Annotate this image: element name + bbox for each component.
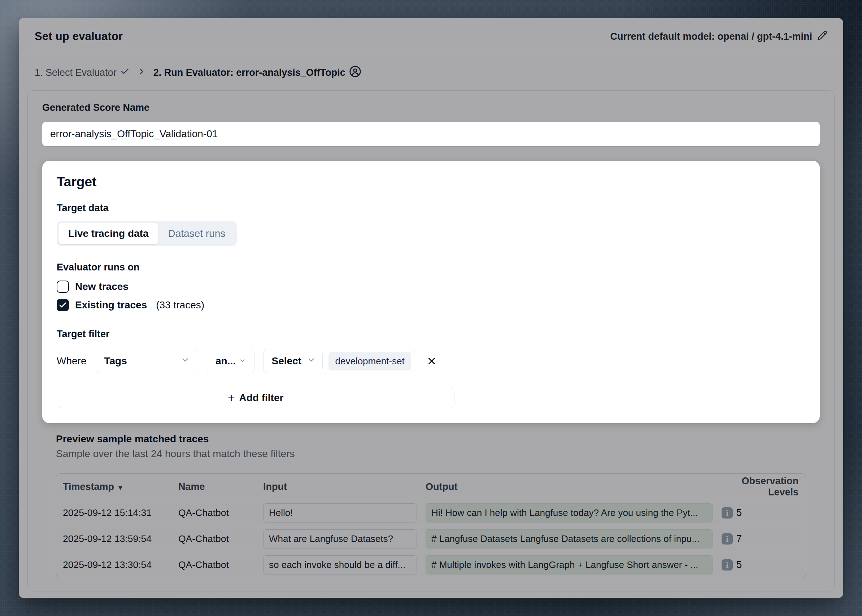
step1-label: 1. Select Evaluator <box>35 67 116 79</box>
preview-subtitle: Sample over the last 24 hours that match… <box>56 448 806 460</box>
col-output[interactable]: Output <box>426 481 722 492</box>
name-cell: QA-Chatbot <box>178 559 263 570</box>
filter-operator-value: an... <box>215 355 236 367</box>
breadcrumb-step-run-evaluator[interactable]: 2. Run Evaluator: error-analysis_OffTopi… <box>154 65 361 80</box>
existing-traces-checkbox[interactable] <box>57 299 69 311</box>
filter-column-select[interactable]: Tags <box>96 349 198 373</box>
default-model-label: Current default model: openai / gpt-4.1-… <box>610 31 812 42</box>
col-timestamp[interactable]: Timestamp▼ <box>63 481 178 492</box>
runs-on-label: Evaluator runs on <box>57 261 805 273</box>
info-level-icon: i <box>722 507 733 519</box>
chevron-down-icon <box>306 355 316 367</box>
existing-traces-label: Existing traces <box>75 299 147 311</box>
traces-table: Timestamp▼ Name Input Output Observation… <box>56 473 806 578</box>
filter-value-select[interactable]: Select development-set <box>263 349 415 373</box>
user-circle-icon <box>349 65 361 80</box>
target-data-label: Target data <box>57 202 805 214</box>
col-name[interactable]: Name <box>178 481 263 492</box>
chevron-right-icon <box>137 67 146 79</box>
input-cell: Hello! <box>263 503 417 522</box>
step2-label: 2. Run Evaluator: error-analysis_OffTopi… <box>154 67 345 79</box>
output-cell: # Langfuse Datasets Langfuse Datasets ar… <box>426 530 713 548</box>
where-label: Where <box>57 355 86 367</box>
default-model-info: Current default model: openai / gpt-4.1-… <box>610 30 827 43</box>
chevron-down-icon <box>181 355 190 367</box>
filter-value-placeholder: Select <box>272 355 301 367</box>
target-card: Target Target data Live tracing data Dat… <box>42 161 820 423</box>
plus-icon: + <box>228 391 235 404</box>
preview-title: Preview sample matched traces <box>56 433 806 445</box>
col-observation-levels[interactable]: Observation Levels <box>722 476 806 498</box>
tab-live-tracing-data[interactable]: Live tracing data <box>58 223 159 244</box>
observation-levels-cell: i 7 <box>722 533 806 545</box>
breadcrumb-step-select-evaluator[interactable]: 1. Select Evaluator <box>35 67 130 79</box>
setup-evaluator-dialog: Set up evaluator Current default model: … <box>19 18 843 598</box>
separator <box>322 354 323 369</box>
filter-column-value: Tags <box>104 355 127 367</box>
add-filter-button[interactable]: + Add filter <box>57 388 454 408</box>
new-traces-label: New traces <box>75 281 129 292</box>
chevron-down-icon <box>239 355 246 367</box>
info-level-icon: i <box>722 559 733 570</box>
breadcrumb: 1. Select Evaluator 2. Run Evaluator: er… <box>19 55 843 90</box>
output-cell: # Multiple invokes with LangGraph + Lang… <box>426 555 713 575</box>
score-name-input[interactable] <box>42 122 820 146</box>
table-header-row: Timestamp▼ Name Input Output Observation… <box>56 474 806 500</box>
new-traces-checkbox[interactable] <box>57 281 69 293</box>
table-row[interactable]: 2025-09-12 13:59:54 QA-Chatbot What are … <box>56 526 806 552</box>
evaluator-config-section: Generated Score Name Target Target data … <box>27 90 835 591</box>
timestamp-cell: 2025-09-12 13:30:54 <box>63 559 178 570</box>
target-filter-label: Target filter <box>57 328 805 340</box>
existing-traces-row: Existing traces (33 traces) <box>57 299 805 311</box>
table-row[interactable]: 2025-09-12 15:14:31 QA-Chatbot Hello! Hi… <box>56 500 806 526</box>
timestamp-cell: 2025-09-12 15:14:31 <box>63 507 178 519</box>
sort-desc-icon: ▼ <box>117 484 124 492</box>
page-title: Set up evaluator <box>35 30 123 43</box>
new-traces-row: New traces <box>57 281 805 293</box>
input-cell: What are Langfuse Datasets? <box>263 530 417 548</box>
info-level-icon: i <box>722 533 733 545</box>
level-count: 5 <box>736 507 742 519</box>
observation-levels-cell: i 5 <box>722 559 806 570</box>
filter-operator-select[interactable]: an... <box>207 349 254 373</box>
input-cell: so each invoke should be a diff... <box>263 555 417 575</box>
dialog-header: Set up evaluator Current default model: … <box>19 18 843 55</box>
level-count: 7 <box>736 533 742 545</box>
filter-value-chip[interactable]: development-set <box>328 352 411 371</box>
timestamp-cell: 2025-09-12 13:59:54 <box>63 533 178 545</box>
output-cell: Hi! How can I help with Langfuse today? … <box>426 503 713 522</box>
tab-dataset-runs[interactable]: Dataset runs <box>159 223 236 244</box>
preview-section: Preview sample matched traces Sample ove… <box>42 433 820 578</box>
score-name-label: Generated Score Name <box>42 101 820 114</box>
name-cell: QA-Chatbot <box>178 507 263 519</box>
target-title: Target <box>57 174 805 190</box>
filter-row: Where Tags an... Select <box>57 349 805 373</box>
observation-levels-cell: i 5 <box>722 507 806 519</box>
name-cell: QA-Chatbot <box>178 533 263 545</box>
check-icon <box>120 67 130 79</box>
level-count: 5 <box>736 559 742 570</box>
target-data-tabs: Live tracing data Dataset runs <box>57 222 237 246</box>
edit-model-icon[interactable] <box>817 30 827 43</box>
add-filter-label: Add filter <box>239 392 283 404</box>
col-input[interactable]: Input <box>263 481 426 492</box>
remove-filter-button[interactable] <box>424 353 440 369</box>
existing-traces-count: (33 traces) <box>156 299 204 311</box>
table-row[interactable]: 2025-09-12 13:30:54 QA-Chatbot so each i… <box>56 552 806 578</box>
